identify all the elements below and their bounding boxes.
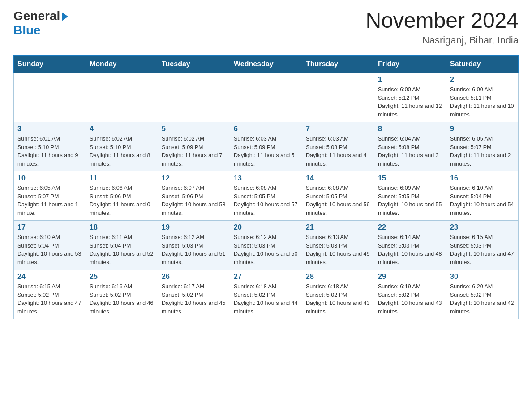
logo-triangle-icon (62, 12, 68, 21)
day-info: Sunrise: 6:05 AMSunset: 5:07 PMDaylight:… (17, 184, 82, 218)
calendar-week-5: 24Sunrise: 6:15 AMSunset: 5:02 PMDayligh… (14, 270, 519, 319)
day-info: Sunrise: 6:06 AMSunset: 5:06 PMDaylight:… (90, 184, 154, 218)
day-number: 24 (17, 273, 82, 281)
day-number: 7 (306, 125, 370, 133)
day-number: 26 (162, 273, 226, 281)
calendar-cell: 18Sunrise: 6:11 AMSunset: 5:04 PMDayligh… (86, 220, 158, 270)
calendar-cell: 5Sunrise: 6:02 AMSunset: 5:09 PMDaylight… (158, 122, 230, 171)
calendar-cell: 1Sunrise: 6:00 AMSunset: 5:12 PMDaylight… (374, 73, 446, 122)
calendar-cell: 23Sunrise: 6:15 AMSunset: 5:03 PMDayligh… (446, 220, 519, 270)
calendar-cell (14, 73, 86, 122)
calendar-week-4: 17Sunrise: 6:10 AMSunset: 5:04 PMDayligh… (14, 220, 519, 270)
day-info: Sunrise: 6:18 AMSunset: 5:02 PMDaylight:… (306, 283, 370, 316)
calendar-cell: 11Sunrise: 6:06 AMSunset: 5:06 PMDayligh… (86, 171, 158, 220)
day-number: 4 (90, 125, 154, 133)
calendar-cell (158, 73, 230, 122)
calendar-cell: 22Sunrise: 6:14 AMSunset: 5:03 PMDayligh… (374, 220, 446, 270)
calendar-cell: 25Sunrise: 6:16 AMSunset: 5:02 PMDayligh… (86, 270, 158, 319)
day-info: Sunrise: 6:08 AMSunset: 5:05 PMDaylight:… (306, 184, 370, 218)
day-number: 18 (90, 223, 154, 231)
day-number: 17 (17, 223, 82, 231)
day-number: 9 (450, 125, 515, 133)
location-text: Nasriganj, Bihar, India (365, 34, 519, 46)
calendar-cell: 12Sunrise: 6:07 AMSunset: 5:06 PMDayligh… (158, 171, 230, 220)
calendar-cell: 9Sunrise: 6:05 AMSunset: 5:07 PMDaylight… (446, 122, 519, 171)
calendar-cell: 10Sunrise: 6:05 AMSunset: 5:07 PMDayligh… (14, 171, 86, 220)
day-info: Sunrise: 6:11 AMSunset: 5:04 PMDaylight:… (90, 233, 154, 267)
day-number: 19 (162, 223, 226, 231)
weekday-header-thursday: Thursday (302, 55, 374, 73)
day-number: 13 (234, 174, 298, 182)
day-number: 8 (378, 125, 442, 133)
day-number: 25 (90, 273, 154, 281)
calendar-cell: 7Sunrise: 6:03 AMSunset: 5:08 PMDaylight… (302, 122, 374, 171)
day-info: Sunrise: 6:15 AMSunset: 5:02 PMDaylight:… (17, 283, 82, 316)
day-number: 5 (162, 125, 226, 133)
day-info: Sunrise: 6:08 AMSunset: 5:05 PMDaylight:… (234, 184, 298, 218)
day-info: Sunrise: 6:03 AMSunset: 5:09 PMDaylight:… (234, 135, 298, 168)
day-number: 30 (450, 273, 515, 281)
calendar-table: SundayMondayTuesdayWednesdayThursdayFrid… (13, 55, 519, 319)
weekday-header-sunday: Sunday (14, 55, 86, 73)
calendar-week-2: 3Sunrise: 6:01 AMSunset: 5:10 PMDaylight… (14, 122, 519, 171)
calendar-cell: 28Sunrise: 6:18 AMSunset: 5:02 PMDayligh… (302, 270, 374, 319)
calendar-cell: 26Sunrise: 6:17 AMSunset: 5:02 PMDayligh… (158, 270, 230, 319)
day-number: 28 (306, 273, 370, 281)
day-info: Sunrise: 6:15 AMSunset: 5:03 PMDaylight:… (450, 233, 515, 267)
day-number: 16 (450, 174, 515, 182)
calendar-cell: 14Sunrise: 6:08 AMSunset: 5:05 PMDayligh… (302, 171, 374, 220)
day-info: Sunrise: 6:10 AMSunset: 5:04 PMDaylight:… (17, 233, 82, 267)
calendar-cell: 19Sunrise: 6:12 AMSunset: 5:03 PMDayligh… (158, 220, 230, 270)
month-title: November 2024 (365, 9, 519, 33)
day-info: Sunrise: 6:09 AMSunset: 5:05 PMDaylight:… (378, 184, 442, 218)
day-info: Sunrise: 6:07 AMSunset: 5:06 PMDaylight:… (162, 184, 226, 218)
day-info: Sunrise: 6:14 AMSunset: 5:03 PMDaylight:… (378, 233, 442, 267)
logo: General Blue (13, 9, 68, 38)
page-header: General Blue November 2024 Nasriganj, Bi… (13, 9, 519, 46)
day-info: Sunrise: 6:10 AMSunset: 5:04 PMDaylight:… (450, 184, 515, 218)
calendar-cell: 4Sunrise: 6:02 AMSunset: 5:10 PMDaylight… (86, 122, 158, 171)
day-info: Sunrise: 6:12 AMSunset: 5:03 PMDaylight:… (162, 233, 226, 267)
calendar-cell: 29Sunrise: 6:19 AMSunset: 5:02 PMDayligh… (374, 270, 446, 319)
day-number: 2 (450, 76, 515, 84)
day-info: Sunrise: 6:02 AMSunset: 5:09 PMDaylight:… (162, 135, 226, 168)
logo-general-text: General (13, 9, 68, 23)
day-number: 1 (378, 76, 442, 84)
day-info: Sunrise: 6:05 AMSunset: 5:07 PMDaylight:… (450, 135, 515, 168)
day-info: Sunrise: 6:12 AMSunset: 5:03 PMDaylight:… (234, 233, 298, 267)
calendar-cell: 24Sunrise: 6:15 AMSunset: 5:02 PMDayligh… (14, 270, 86, 319)
calendar-cell: 21Sunrise: 6:13 AMSunset: 5:03 PMDayligh… (302, 220, 374, 270)
day-info: Sunrise: 6:04 AMSunset: 5:08 PMDaylight:… (378, 135, 442, 168)
day-number: 27 (234, 273, 298, 281)
calendar-cell: 16Sunrise: 6:10 AMSunset: 5:04 PMDayligh… (446, 171, 519, 220)
logo-blue-text: Blue (13, 23, 41, 38)
calendar-cell (86, 73, 158, 122)
day-number: 29 (378, 273, 442, 281)
calendar-cell: 3Sunrise: 6:01 AMSunset: 5:10 PMDaylight… (14, 122, 86, 171)
calendar-cell: 17Sunrise: 6:10 AMSunset: 5:04 PMDayligh… (14, 220, 86, 270)
weekday-header-monday: Monday (86, 55, 158, 73)
day-info: Sunrise: 6:01 AMSunset: 5:10 PMDaylight:… (17, 135, 82, 168)
weekday-header-wednesday: Wednesday (230, 55, 302, 73)
day-info: Sunrise: 6:00 AMSunset: 5:12 PMDaylight:… (378, 86, 442, 119)
day-info: Sunrise: 6:00 AMSunset: 5:11 PMDaylight:… (450, 86, 515, 119)
weekday-header-row: SundayMondayTuesdayWednesdayThursdayFrid… (14, 55, 519, 73)
day-number: 3 (17, 125, 82, 133)
day-number: 23 (450, 223, 515, 231)
day-number: 22 (378, 223, 442, 231)
day-info: Sunrise: 6:18 AMSunset: 5:02 PMDaylight:… (234, 283, 298, 316)
day-number: 12 (162, 174, 226, 182)
calendar-cell: 20Sunrise: 6:12 AMSunset: 5:03 PMDayligh… (230, 220, 302, 270)
day-number: 15 (378, 174, 442, 182)
day-info: Sunrise: 6:02 AMSunset: 5:10 PMDaylight:… (90, 135, 154, 168)
calendar-cell (230, 73, 302, 122)
day-number: 10 (17, 174, 82, 182)
day-info: Sunrise: 6:17 AMSunset: 5:02 PMDaylight:… (162, 283, 226, 316)
weekday-header-saturday: Saturday (446, 55, 519, 73)
calendar-cell: 27Sunrise: 6:18 AMSunset: 5:02 PMDayligh… (230, 270, 302, 319)
weekday-header-friday: Friday (374, 55, 446, 73)
calendar-cell: 30Sunrise: 6:20 AMSunset: 5:02 PMDayligh… (446, 270, 519, 319)
day-number: 20 (234, 223, 298, 231)
calendar-week-1: 1Sunrise: 6:00 AMSunset: 5:12 PMDaylight… (14, 73, 519, 122)
day-info: Sunrise: 6:13 AMSunset: 5:03 PMDaylight:… (306, 233, 370, 267)
